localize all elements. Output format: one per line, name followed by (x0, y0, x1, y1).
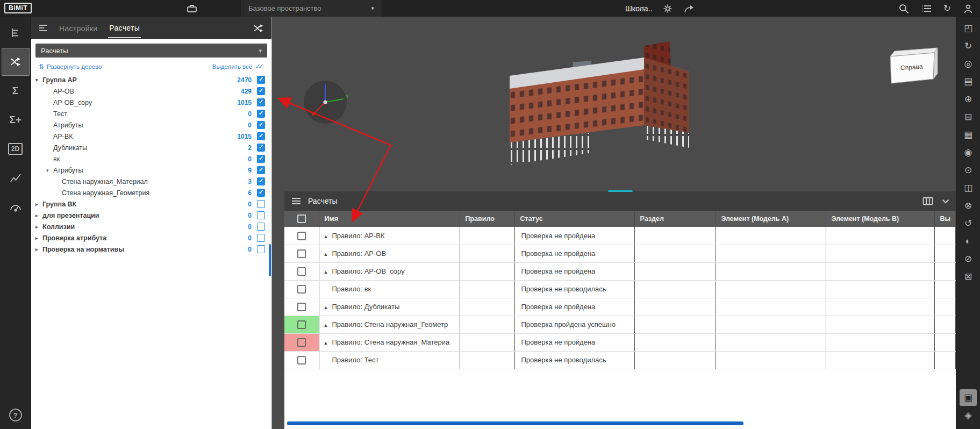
clip-icon[interactable]: ⊟ (960, 109, 977, 125)
sync-icon[interactable]: ↻ (943, 4, 951, 13)
collapse-row-icon[interactable]: ▲ (324, 323, 332, 328)
collapse-row-icon[interactable]: ▲ (324, 269, 332, 275)
collapse-row-icon[interactable]: ▲ (324, 340, 332, 346)
tree-item[interactable]: Группа ВК 0 (31, 198, 271, 210)
tree-item[interactable]: АР-ОВ_copy 1015 (31, 97, 271, 108)
user-icon[interactable] (963, 3, 974, 14)
row-checkbox[interactable] (297, 267, 306, 276)
show-icon[interactable]: ◐ (960, 233, 977, 249)
briefcase-icon[interactable] (185, 2, 198, 15)
tree-item[interactable]: Атрибуты 9 (31, 165, 271, 176)
col-output[interactable]: Вы (934, 211, 956, 227)
row-checkbox[interactable] (297, 320, 306, 329)
tree-item-checkbox[interactable] (257, 132, 265, 140)
row-checkbox[interactable] (297, 356, 306, 364)
row-checkbox[interactable] (297, 285, 306, 294)
navigation-cube[interactable]: Справа (881, 45, 941, 90)
tree-item-checkbox[interactable] (257, 166, 265, 174)
tree-item[interactable]: вк 0 (31, 153, 271, 165)
tab-settings[interactable]: Настройки (58, 18, 98, 38)
tree-item-checkbox[interactable] (257, 200, 265, 208)
tree-item[interactable]: для презентации 0 (31, 210, 271, 221)
tree-item-checkbox[interactable] (257, 87, 265, 95)
header-checkbox[interactable] (297, 215, 306, 223)
tree-caret-icon[interactable] (35, 247, 42, 252)
grid-icon[interactable]: ▦ (960, 126, 977, 143)
tree-caret-icon[interactable] (35, 202, 42, 207)
panel-scrollbar[interactable] (269, 244, 271, 276)
focus-icon[interactable]: ◎ (960, 55, 977, 72)
tree-item[interactable]: Стена наружная_Геометрия 6 (31, 187, 271, 198)
tree-item[interactable]: АР-ОВ 429 (31, 85, 271, 97)
tree-item-checkbox[interactable] (257, 144, 265, 152)
help-button[interactable]: ? (9, 409, 22, 421)
tree-item[interactable]: АР-ВК 1015 (31, 131, 271, 142)
col-status[interactable]: Статус (514, 211, 634, 227)
table-row[interactable]: ▲Правило: АР-ВК Проверка не пройдена (284, 227, 956, 245)
tree-item[interactable]: Коллизии 0 (31, 221, 271, 232)
row-checkbox[interactable] (297, 232, 306, 240)
col-name[interactable]: Имя (319, 211, 460, 227)
collapse-panel-icon[interactable] (942, 199, 949, 204)
collapse-row-icon[interactable]: ▲ (324, 252, 332, 257)
tree-caret-icon[interactable] (35, 224, 42, 230)
select-all-checkbox-header[interactable] (284, 211, 319, 227)
shuffle-icon[interactable] (252, 23, 265, 33)
tree-item-checkbox[interactable] (257, 223, 265, 231)
tree-item-checkbox[interactable] (257, 234, 265, 242)
compare-shuffle-icon[interactable] (2, 48, 30, 76)
tree-item-checkbox[interactable] (257, 155, 265, 163)
collapse-row-icon[interactable]: ▲ (324, 234, 332, 239)
tree-item[interactable]: Дубликаты 2 (31, 142, 271, 153)
expand-tree-link[interactable]: ⇅ Развернуть дерево (39, 63, 102, 70)
tree-item[interactable]: Проверка атрибута 0 (31, 232, 271, 244)
calculations-section-header[interactable]: Расчеты ▾ (35, 44, 267, 58)
cut-icon[interactable]: ⊗ (960, 197, 977, 214)
pin-icon[interactable]: ⊙ (960, 162, 977, 178)
tree-item-checkbox[interactable] (257, 121, 265, 129)
tree-caret-icon[interactable] (46, 168, 53, 173)
tree-item[interactable]: Атрибуты 0 (31, 119, 271, 131)
tree-item[interactable]: Группа АР 2470 (31, 74, 271, 85)
tree-item[interactable]: Стена наружная_Материал 3 (31, 176, 271, 187)
tree-item-checkbox[interactable] (257, 177, 265, 185)
table-row[interactable]: ▲Правило: Стена наружная_Материа Проверк… (284, 333, 956, 351)
building-model[interactable] (509, 37, 707, 182)
axis-gizmo[interactable]: Y (301, 78, 349, 126)
tree-item-checkbox[interactable] (257, 189, 265, 197)
tab-calculations[interactable]: Расчеты (108, 18, 141, 38)
tree-item-checkbox[interactable] (257, 211, 265, 219)
paint-tool-icon[interactable]: ▣ (960, 389, 977, 406)
chart-icon[interactable] (2, 164, 30, 192)
layers-icon[interactable]: ▤ (960, 73, 977, 90)
section-icon[interactable]: ◫ (960, 180, 977, 196)
table-row[interactable]: ▲Правило: Тест Проверка не проводилась (284, 351, 956, 369)
tree-caret-icon[interactable] (35, 235, 42, 241)
tree-item[interactable]: Проверка на нормативы 0 (31, 244, 271, 255)
col-section[interactable]: Раздел (634, 211, 716, 227)
compass-icon[interactable]: ◈ (960, 407, 977, 424)
tree-item-checkbox[interactable] (257, 245, 265, 253)
share-icon[interactable] (683, 4, 694, 13)
collapse-row-icon[interactable]: ▲ (324, 305, 332, 310)
tree-caret-icon[interactable] (35, 213, 42, 218)
model-structure-icon[interactable] (2, 19, 30, 47)
tree-item-checkbox[interactable] (257, 98, 265, 106)
tree-item-checkbox[interactable] (257, 76, 265, 84)
panel-resize-handle[interactable] (608, 190, 633, 192)
col-element-a[interactable]: Элемент (Модель А) (716, 211, 826, 227)
select-all-link[interactable]: Выделить всё ✓✓ (212, 62, 264, 70)
table-row[interactable]: ▲Правило: Стена наружная_Геометр Проверк… (284, 316, 956, 333)
2d-view-icon[interactable]: 2D (2, 135, 30, 163)
row-checkbox[interactable] (297, 338, 306, 347)
screenshot-icon[interactable]: ◰ (960, 20, 977, 37)
hamburger-icon[interactable] (291, 197, 302, 205)
col-rule[interactable]: Правило (460, 211, 514, 227)
search-icon[interactable] (898, 3, 909, 14)
menu-list-icon[interactable] (921, 4, 932, 13)
magnet-icon[interactable]: ⊕ (960, 91, 977, 108)
tree-item[interactable]: Тест 0 (31, 108, 271, 119)
row-checkbox[interactable] (297, 303, 306, 311)
gauge-icon[interactable] (2, 193, 30, 221)
collapse-tree-icon[interactable] (38, 23, 48, 33)
